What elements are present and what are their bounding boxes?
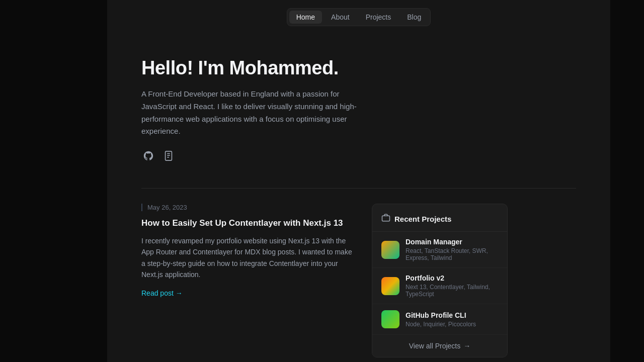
- hero-icons: [141, 149, 576, 163]
- right-panel: [610, 0, 644, 362]
- arrow-right-icon: →: [176, 289, 183, 297]
- project-info-3: GitHub Profile CLI Node, Inquirier, Pico…: [406, 311, 498, 328]
- briefcase-icon: [381, 213, 390, 224]
- project-tech-2: Next 13, Contentlayer, Tailwind, TypeScr…: [406, 284, 498, 298]
- projects-header: Recent Projects: [372, 213, 507, 232]
- project-info-2: Portfolio v2 Next 13, Contentlayer, Tail…: [406, 274, 498, 298]
- read-post-link[interactable]: Read post →: [141, 289, 358, 297]
- main-content: Home About Projects Blog Hello! I'm Moha…: [107, 0, 610, 362]
- project-icon-1: [381, 241, 399, 259]
- projects-header-title: Recent Projects: [394, 215, 451, 223]
- project-name-1: Domain Manager: [406, 238, 498, 246]
- left-panel: [0, 0, 107, 362]
- blog-post: May 26, 2023 How to Easily Set Up Conten…: [141, 204, 358, 357]
- hero-description: A Front-End Developer based in England w…: [141, 88, 363, 138]
- svg-rect-0: [166, 151, 172, 160]
- cv-icon[interactable]: [162, 149, 176, 163]
- github-icon[interactable]: [141, 149, 155, 163]
- project-tech-3: Node, Inquirier, Picocolors: [406, 321, 498, 328]
- project-info-1: Domain Manager React, TanStack Router, S…: [406, 238, 498, 261]
- post-title: How to Easily Set Up Contentlayer with N…: [141, 217, 358, 229]
- hero-section: Hello! I'm Mohammed. A Front-End Develop…: [107, 32, 610, 178]
- view-all-label: View all Projects: [409, 342, 460, 350]
- post-excerpt: I recently revamped my portfolio website…: [141, 235, 358, 281]
- project-name-2: Portfolio v2: [406, 274, 498, 282]
- nav-about[interactable]: About: [324, 11, 357, 24]
- read-post-label: Read post: [141, 289, 174, 297]
- nav-bar: Home About Projects Blog: [287, 8, 431, 26]
- project-icon-3: [381, 310, 399, 328]
- project-item-3[interactable]: GitHub Profile CLI Node, Inquirier, Pico…: [372, 304, 507, 335]
- project-name-3: GitHub Profile CLI: [406, 311, 498, 319]
- view-all-projects-button[interactable]: View all Projects →: [372, 335, 507, 357]
- arrow-right-icon: →: [463, 342, 470, 350]
- navbar: Home About Projects Blog: [107, 0, 610, 32]
- section-divider: [141, 188, 576, 189]
- post-date: May 26, 2023: [141, 204, 358, 211]
- project-item-2[interactable]: Portfolio v2 Next 13, Contentlayer, Tail…: [372, 268, 507, 304]
- project-tech-1: React, TanStack Router, SWR, Express, Ta…: [406, 247, 498, 261]
- project-item-1[interactable]: Domain Manager React, TanStack Router, S…: [372, 232, 507, 268]
- nav-projects[interactable]: Projects: [359, 11, 398, 24]
- nav-home[interactable]: Home: [289, 11, 322, 24]
- content-section: May 26, 2023 How to Easily Set Up Conten…: [107, 199, 610, 362]
- hero-title: Hello! I'm Mohammed.: [141, 57, 576, 79]
- svg-rect-4: [382, 216, 390, 221]
- project-icon-2: [381, 277, 399, 295]
- nav-blog[interactable]: Blog: [400, 11, 428, 24]
- recent-projects-card: Recent Projects Domain Manager React, Ta…: [372, 204, 508, 357]
